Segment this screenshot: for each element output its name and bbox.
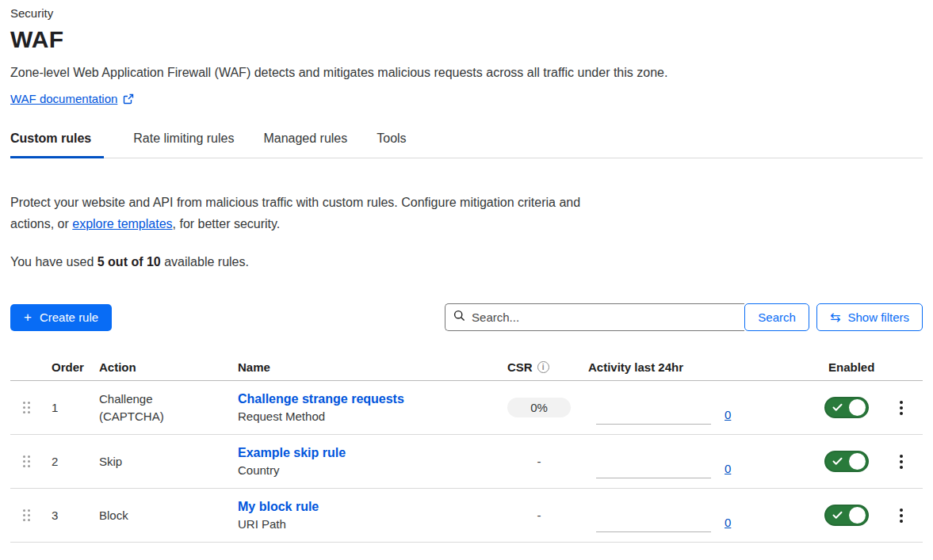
rule-order: 3 [45,509,91,522]
create-rule-label: Create rule [40,310,98,324]
search-icon [453,310,465,325]
doc-link-row: WAF documentation [10,92,923,105]
rule-field: URI Path [238,517,499,531]
swap-arrows-icon: ⇆ [830,311,840,324]
rule-order: 2 [45,455,91,468]
activity-sparkline [596,401,711,425]
usage-line: You have used 5 out of 10 available rule… [10,255,923,269]
header-csr-label: CSR [507,360,533,374]
enabled-toggle[interactable] [824,505,869,526]
activity-count-link[interactable]: 0 [725,462,731,475]
enabled-toggle[interactable] [824,397,869,418]
rule-action: Challenge (CAPTCHA) [99,390,193,425]
header-enabled: Enabled [793,360,880,374]
drag-handle-icon[interactable] [23,455,30,467]
intro-text-after: , for better security. [173,217,281,230]
search-input[interactable] [472,310,736,324]
row-menu-kebab-icon[interactable] [893,505,909,526]
show-filters-label: Show filters [847,310,909,324]
header-name: Name [236,360,499,374]
table-row: 2 Skip Example skip rule Country - 0 [10,435,923,489]
show-filters-button[interactable]: ⇆ Show filters [816,303,923,331]
waf-documentation-link[interactable]: WAF documentation [10,92,117,105]
check-icon [832,403,843,412]
csr-empty: - [537,509,541,522]
rule-order: 1 [45,401,91,414]
create-rule-button[interactable]: + Create rule [10,304,112,331]
row-menu-kebab-icon[interactable] [893,398,909,418]
rule-action: Block [99,507,193,524]
info-icon[interactable]: i [537,361,549,373]
activity-sparkline [596,509,711,532]
page-title: WAF [10,26,923,53]
table-header-row: Order Action Name CSR i Activity last 24… [10,354,923,381]
intro-paragraph: Protect your website and API from malici… [10,192,601,234]
rule-name-link[interactable]: Example skip rule [238,446,499,460]
header-action: Action [91,360,236,374]
page-description: Zone-level Web Application Firewall (WAF… [10,66,923,80]
check-icon [832,457,843,466]
table-row: 1 Challenge (CAPTCHA) Challenge strange … [10,381,923,435]
row-menu-kebab-icon[interactable] [893,451,909,472]
toggle-knob [849,507,866,524]
tab-managed-rules[interactable]: Managed rules [263,131,347,158]
rule-field: Request Method [238,410,499,423]
tab-tools[interactable]: Tools [377,131,406,158]
csr-badge: 0% [507,398,571,417]
toggle-knob [849,399,866,416]
search-button[interactable]: Search [744,303,809,331]
usage-prefix: You have used [10,255,98,269]
check-icon [832,511,843,520]
tab-bar: Custom rules Rate limiting rules Managed… [10,131,923,158]
rule-name-link[interactable]: Challenge strange requests [238,392,499,406]
activity-count-link[interactable]: 0 [725,516,731,529]
waf-page: Security WAF Zone-level Web Application … [0,0,933,560]
usage-suffix: available rules. [161,255,249,269]
tab-custom-rules[interactable]: Custom rules [10,131,104,158]
rule-field: Country [238,463,499,477]
drag-handle-icon[interactable] [23,402,30,413]
table-row: 3 Block My block rule URI Path - 0 [10,489,923,543]
header-activity: Activity last 24hr [579,360,793,374]
header-csr: CSR i [499,360,579,374]
usage-count: 5 out of 10 [98,255,161,269]
toggle-knob [849,453,866,470]
activity-count-link[interactable]: 0 [725,408,731,421]
enabled-toggle[interactable] [824,451,869,472]
external-link-icon [123,93,134,105]
csr-empty: - [537,455,541,468]
toolbar: + Create rule Search ⇆ Show filters [10,303,923,331]
explore-templates-link[interactable]: explore templates [72,217,172,230]
search-box [445,303,744,331]
plus-icon: + [24,310,32,324]
search-group: Search ⇆ Show filters [445,303,923,331]
rule-action: Skip [99,453,193,470]
drag-handle-icon[interactable] [23,509,30,521]
rule-name-link[interactable]: My block rule [238,500,499,514]
header-order: Order [45,360,91,374]
breadcrumb: Security [10,6,923,20]
rules-table: Order Action Name CSR i Activity last 24… [10,354,923,543]
activity-sparkline [596,455,711,478]
tab-rate-limiting-rules[interactable]: Rate limiting rules [133,131,234,158]
